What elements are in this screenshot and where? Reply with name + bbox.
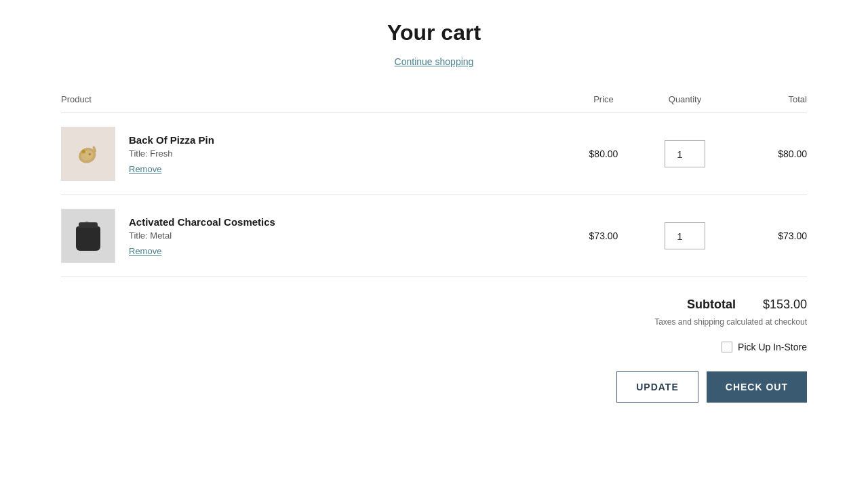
page-title: Your cart — [61, 20, 807, 45]
item-name: Back Of Pizza Pin — [129, 134, 214, 146]
svg-point-2 — [81, 150, 85, 154]
table-row: Activated Charcoal Cosmetics Title: Meta… — [61, 195, 807, 277]
cart-footer: Subtotal $153.00 Taxes and shipping calc… — [61, 298, 807, 403]
item-total: $73.00 — [726, 230, 807, 241]
pickup-label: Pick Up In-Store — [738, 342, 807, 352]
table-row: Back Of Pizza Pin Title: Fresh Remove $8… — [61, 113, 807, 195]
remove-button[interactable]: Remove — [129, 164, 214, 174]
item-quantity-col — [644, 140, 726, 167]
header-product: Product — [61, 94, 563, 104]
pickup-row: Pick Up In-Store — [722, 342, 807, 352]
item-variant: Title: Fresh — [129, 148, 214, 159]
header-total: Total — [726, 94, 807, 104]
item-name: Activated Charcoal Cosmetics — [129, 216, 275, 228]
item-variant: Title: Metal — [129, 230, 275, 241]
subtotal-value: $153.00 — [763, 298, 807, 312]
item-product-col: Activated Charcoal Cosmetics Title: Meta… — [61, 209, 563, 263]
item-details: Activated Charcoal Cosmetics Title: Meta… — [129, 216, 275, 256]
cart-items-list: Back Of Pizza Pin Title: Fresh Remove $8… — [61, 113, 807, 277]
subtotal-label: Subtotal — [687, 298, 736, 312]
item-details: Back Of Pizza Pin Title: Fresh Remove — [129, 134, 214, 174]
quantity-input[interactable] — [665, 222, 705, 249]
item-price: $73.00 — [563, 230, 644, 241]
continue-shopping-link[interactable]: Continue shopping — [61, 56, 807, 67]
remove-button[interactable]: Remove — [129, 246, 275, 256]
pickup-checkbox[interactable] — [722, 342, 732, 352]
cart-table-header: Product Price Quantity Total — [61, 94, 807, 113]
checkout-button[interactable]: CHECK OUT — [707, 371, 807, 403]
tax-note: Taxes and shipping calculated at checkou… — [654, 317, 807, 327]
item-total: $80.00 — [726, 148, 807, 159]
update-button[interactable]: UPDATE — [616, 371, 698, 403]
quantity-input[interactable] — [665, 140, 705, 167]
subtotal-row: Subtotal $153.00 — [687, 298, 807, 312]
header-quantity: Quantity — [644, 94, 726, 104]
action-buttons: UPDATE CHECK OUT — [616, 371, 807, 403]
item-quantity-col — [644, 222, 726, 249]
item-product-col: Back Of Pizza Pin Title: Fresh Remove — [61, 127, 563, 181]
svg-point-3 — [88, 152, 91, 155]
item-price: $80.00 — [563, 148, 644, 159]
product-image — [61, 127, 115, 181]
product-image — [61, 209, 115, 263]
jar-icon — [76, 226, 100, 251]
header-price: Price — [563, 94, 644, 104]
